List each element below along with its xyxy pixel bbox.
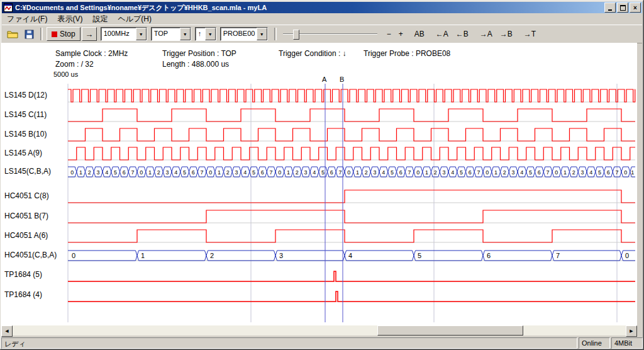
scroll-right-icon: ▶ — [630, 329, 633, 334]
zoom-slider[interactable] — [283, 28, 377, 40]
trigger-position-text: Trigger Position : TOP — [162, 49, 236, 58]
chevron-down-icon[interactable]: ▼ — [257, 28, 267, 40]
stop-label: Stop — [60, 30, 75, 38]
goto-a-right-button[interactable]: →A — [477, 28, 496, 40]
scroll-right-button[interactable]: ▶ — [626, 325, 637, 337]
minimize-icon — [608, 9, 612, 11]
time-scale-label: 5000 us — [53, 71, 78, 78]
scroll-left-button[interactable]: ◀ — [1, 325, 13, 337]
menubar: ファイル(F) 表示(V) 設定 ヘルプ(H) — [2, 13, 642, 25]
floppy-icon — [25, 30, 34, 39]
toolbar-separator — [40, 28, 43, 40]
run-button[interactable]: → — [82, 27, 97, 41]
status-message: レディ — [1, 337, 577, 349]
chevron-down-icon[interactable]: ▼ — [136, 28, 147, 40]
clock-rate-combo[interactable]: 100MHz ▼ — [101, 27, 147, 41]
app-icon — [4, 3, 13, 12]
open-button[interactable] — [5, 27, 20, 41]
toolbar-separator — [274, 28, 277, 40]
menu-view[interactable]: 表示(V) — [52, 13, 87, 25]
trigger-position-value: TOP — [152, 28, 180, 40]
close-icon: × — [633, 4, 637, 11]
close-button[interactable]: × — [630, 3, 641, 13]
menu-settings[interactable]: 設定 — [87, 13, 113, 25]
trigger-position-combo[interactable]: TOP ▼ — [151, 27, 191, 41]
ab-button[interactable]: AB — [411, 28, 428, 40]
cursor-b-label[interactable]: B — [340, 76, 344, 83]
minimize-button[interactable] — [604, 3, 616, 13]
clock-rate-value: 100MHz — [101, 28, 136, 40]
goto-a-left-button[interactable]: ←A — [433, 28, 452, 40]
open-folder-icon — [7, 30, 18, 38]
probe-value: PROBE00 — [221, 28, 257, 40]
zoom-in-button[interactable]: + — [396, 28, 406, 40]
chevron-down-icon[interactable]: ▼ — [180, 28, 191, 40]
horizontal-scrollbar[interactable]: ◀ ▶ — [1, 325, 637, 336]
trigger-edge-combo[interactable]: ↑ ▼ — [195, 27, 216, 41]
maximize-icon — [620, 5, 626, 11]
trigger-probe-text: Trigger Probe : PROBE08 — [364, 49, 450, 58]
maximize-button[interactable] — [617, 3, 628, 13]
length-text: Length : 488.000 us — [162, 60, 229, 69]
status-online: Online — [579, 337, 610, 349]
titlebar: C:¥Documents and Settings¥noname¥デスクトップ¥… — [2, 2, 642, 13]
scrollbar-thumb[interactable] — [377, 325, 523, 336]
run-arrow-icon: → — [85, 30, 93, 39]
menu-help[interactable]: ヘルプ(H) — [113, 13, 157, 25]
save-button[interactable] — [21, 27, 36, 41]
window-title: C:¥Documents and Settings¥noname¥デスクトップ¥… — [13, 3, 603, 13]
waveform-area[interactable] — [1, 43, 637, 325]
sample-clock-text: Sample Clock : 2MHz — [55, 49, 128, 58]
trigger-condition-text: Trigger Condition : ↓ — [279, 49, 347, 58]
statusbar: レディ Online 4MBit — [1, 337, 643, 349]
stop-button[interactable]: Stop — [47, 27, 80, 41]
goto-b-right-button[interactable]: →B — [497, 28, 516, 40]
probe-combo[interactable]: PROBE00 ▼ — [220, 27, 268, 41]
goto-b-left-button[interactable]: ←B — [453, 28, 472, 40]
menu-file[interactable]: ファイル(F) — [2, 13, 52, 25]
scroll-left-icon: ◀ — [5, 329, 8, 334]
goto-trigger-button[interactable]: →T — [521, 28, 539, 40]
stop-icon — [52, 31, 57, 37]
toolbar: Stop → 100MHz ▼ TOP ▼ ↑ ▼ PROBE00 ▼ − + … — [2, 25, 642, 43]
cursor-a-label[interactable]: A — [322, 76, 326, 83]
zoom-out-button[interactable]: − — [384, 28, 394, 40]
status-memory: 4MBit — [611, 337, 643, 349]
slider-handle[interactable] — [293, 30, 299, 40]
zoom-text: Zoom : / 32 — [55, 60, 94, 69]
app-window: C:¥Documents and Settings¥noname¥デスクトップ¥… — [0, 0, 644, 350]
trigger-edge-value: ↑ — [196, 28, 205, 40]
chevron-down-icon[interactable]: ▼ — [205, 28, 216, 40]
scrollbar-track[interactable] — [13, 325, 626, 336]
